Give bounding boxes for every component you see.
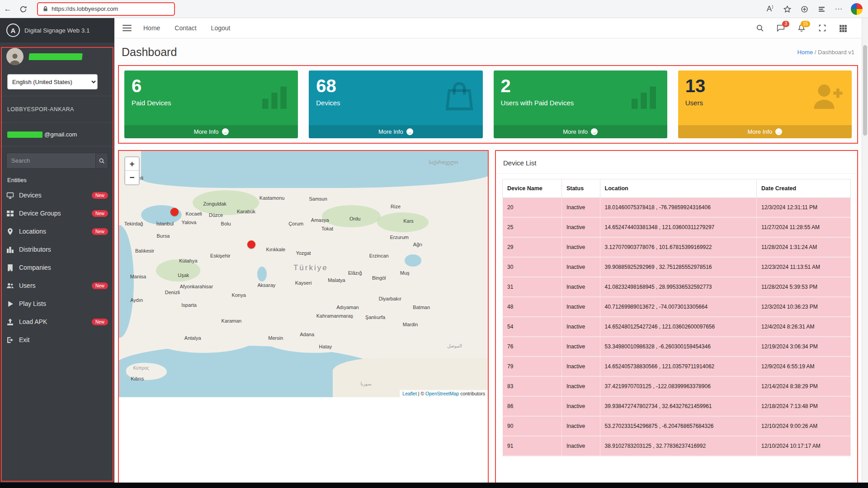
breadcrumb-home-link[interactable]: Home — [797, 49, 813, 56]
table-row[interactable]: 25 Inactive 14.652474403381348 , 121.036… — [503, 217, 851, 237]
annotation-infoboxes-box: 6 Paid Devices More Info → 68 Devices Mo… — [118, 65, 858, 144]
read-aloud-icon[interactable]: A) — [762, 5, 778, 14]
arrow-circle-icon: → — [591, 128, 598, 135]
osm-link[interactable]: OpenStreetMap — [425, 391, 459, 396]
zoom-in-button[interactable]: + — [125, 157, 139, 171]
sidebar-toggle-icon[interactable] — [123, 25, 132, 31]
scrollbar-thumb[interactable] — [863, 45, 867, 136]
table-row[interactable]: 48 Inactive 40.71269989013672 , -74.0073… — [503, 297, 851, 317]
browser-toolbar: ← https://ds.lobbyespor.com A) ··· — [0, 0, 868, 18]
sidebar-item-load-apk[interactable]: Load APK New — [0, 313, 114, 331]
map-label: Kayseri — [295, 280, 312, 286]
arrow-circle-icon: → — [222, 128, 229, 135]
browser-back-icon[interactable]: ← — [0, 5, 15, 14]
table-row[interactable]: 91 Inactive 38.9102783203125 , 32.778362… — [503, 436, 851, 456]
aegean-sea — [119, 225, 134, 338]
shopping-bag-icon — [443, 80, 476, 113]
sidebar-item-devices[interactable]: Devices New — [0, 186, 114, 204]
messages-icon[interactable]: 3 — [777, 24, 785, 32]
map-attribution: Leaflet | © OpenStreetMap contributors — [400, 390, 488, 397]
coastline — [148, 319, 259, 353]
leaflet-link[interactable]: Leaflet — [402, 391, 417, 396]
more-info-link[interactable]: More Info → — [309, 125, 482, 138]
map-label: Batman — [413, 305, 430, 310]
language-select[interactable]: English (United States) — [7, 74, 98, 89]
sidebar-item-users[interactable]: Users New — [0, 277, 114, 295]
browser-profile-avatar[interactable] — [851, 3, 863, 15]
map-label: Yalova — [182, 220, 197, 225]
nav-link-contact[interactable]: Contact — [175, 24, 196, 32]
more-info-link[interactable]: More Info → — [494, 125, 667, 138]
entities-heading: Entities — [0, 171, 114, 186]
sidebar-item-locations[interactable]: Locations New — [0, 222, 114, 240]
map-marker[interactable] — [247, 240, 255, 249]
fullscreen-icon[interactable] — [818, 24, 826, 32]
sidebar-menu: Devices New Device Groups New Locations … — [0, 186, 114, 349]
map-label: Elâzığ — [348, 270, 362, 276]
more-info-link[interactable]: More Info → — [678, 125, 852, 138]
browser-refresh-icon[interactable] — [15, 5, 31, 14]
sidebar-search-input[interactable] — [6, 153, 95, 169]
column-header-device-name: Device Name — [503, 179, 562, 198]
sidebar-item-device-groups[interactable]: Device Groups New — [0, 204, 114, 222]
map-label: Mardin — [403, 322, 418, 327]
map-label: Antalya — [184, 335, 201, 341]
map-label: Amasya — [311, 217, 329, 223]
map-marker[interactable] — [170, 208, 179, 216]
table-row[interactable]: 83 Inactive 37.4219970703125 , -122.0839… — [503, 376, 851, 396]
user-name-redacted — [28, 53, 83, 60]
breadcrumb: Home / Dashboard v1 — [797, 49, 854, 56]
sidebar: A Digital Signage Web 3.1 English (Unite… — [0, 18, 114, 483]
page-title: Dashboard — [122, 46, 177, 59]
map-label: Malatya — [328, 277, 345, 283]
map-label: Muş — [400, 270, 410, 276]
device-table: Device NameStatusLocationDate Created 20… — [502, 179, 851, 456]
sidebar-search-button[interactable] — [95, 153, 108, 169]
email-suffix: @gmail.com — [44, 131, 77, 138]
table-row[interactable]: 30 Inactive 39.90885925292969 , 32.75128… — [503, 257, 851, 277]
address-bar[interactable]: https://ds.lobbyespor.com — [37, 2, 175, 16]
map-label: Hatay — [319, 344, 332, 349]
more-info-link[interactable]: More Info → — [124, 125, 298, 138]
notifications-icon[interactable]: 15 — [797, 24, 806, 32]
playlists-icon — [6, 300, 14, 308]
table-row[interactable]: 90 Inactive 53.270233154296875 , -6.2047… — [503, 416, 851, 436]
zoom-out-button[interactable]: − — [125, 171, 139, 184]
nav-link-home[interactable]: Home — [143, 24, 160, 32]
sidebar-item-companies[interactable]: Companies — [0, 258, 114, 277]
breadcrumb-current: Dashboard v1 — [818, 49, 854, 56]
table-row[interactable]: 86 Inactive 39.938472747802734 , 32.6432… — [503, 396, 851, 416]
browser-more-icon[interactable]: ··· — [831, 5, 846, 14]
sidebar-item-distributors[interactable]: Distributors — [0, 240, 114, 258]
table-row[interactable]: 76 Inactive 53.34980010986328 , -6.26030… — [503, 337, 851, 357]
leaflet-map[interactable]: KırklareliİstanbulTekirdağKocaeliYalovaB… — [119, 151, 488, 397]
info-box-paid-devices: 6 Paid Devices More Info → — [124, 70, 298, 138]
table-row[interactable]: 54 Inactive 14.652480125427246 , 121.036… — [503, 317, 851, 337]
collections-icon[interactable] — [797, 5, 812, 14]
map-label: Aksaray — [258, 282, 276, 288]
sidebar-item-exit[interactable]: Exit — [0, 331, 114, 349]
nav-link-logout[interactable]: Logout — [211, 24, 231, 32]
map-label: Isparta — [181, 302, 197, 308]
table-row[interactable]: 31 Inactive 41.08232498168945 , 28.99533… — [503, 277, 851, 297]
map-label: Kars — [403, 218, 414, 224]
map-label: Samsun — [309, 196, 327, 202]
map-label: Kastamonu — [259, 195, 285, 201]
sidebar-item-play-lists[interactable]: Play Lists — [0, 295, 114, 313]
app-logo-icon: A — [6, 23, 20, 37]
page-scrollbar[interactable] — [862, 18, 868, 483]
info-box-users: 13 Users More Info → — [678, 70, 852, 138]
map-label: İstanbul — [156, 221, 174, 226]
favorites-star-icon[interactable] — [779, 5, 795, 14]
favorites-bar-icon[interactable] — [814, 5, 829, 14]
control-sidebar-icon[interactable] — [839, 24, 847, 32]
table-row[interactable]: 79 Inactive 14.652405738830566 , 121.035… — [503, 357, 851, 376]
table-row[interactable]: 29 Inactive 3.127070903778076 , 101.6781… — [503, 237, 851, 257]
map-label: Adıyaman — [336, 305, 359, 310]
devices-icon — [6, 192, 14, 199]
navbar-search-icon[interactable] — [756, 24, 764, 32]
map-label: Kıbrıs — [131, 376, 144, 381]
user-panel — [0, 42, 114, 70]
map-label: سوريا — [361, 381, 372, 386]
table-row[interactable]: 20 Inactive 18.01460075378418 , -76.7985… — [503, 198, 851, 218]
